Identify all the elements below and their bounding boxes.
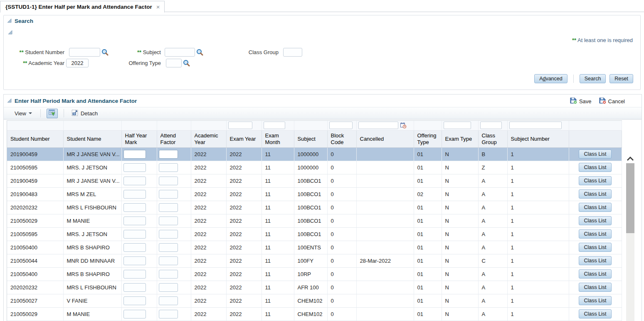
half_year_mark-input[interactable] — [123, 256, 146, 265]
table-row[interactable]: 210050595MRS. J JETSON202220221110000000… — [7, 161, 622, 174]
column-header-subject_number[interactable]: Subject Number — [507, 130, 569, 147]
half_year_mark-input[interactable] — [123, 177, 146, 185]
view-menu-button[interactable]: View — [12, 109, 35, 118]
column-header-subject[interactable]: Subject — [294, 130, 327, 147]
column-header-class_group[interactable]: Class Group — [478, 130, 507, 147]
tab-close-icon[interactable]: × — [156, 4, 160, 10]
column-header-exam_month[interactable]: Exam Month — [262, 130, 294, 147]
column-header-cancelled[interactable]: Cancelled — [356, 130, 414, 147]
search-disclosure-icon[interactable] — [7, 18, 12, 24]
panel-disclosure-icon[interactable] — [7, 98, 12, 104]
class-list-button[interactable]: Class List — [579, 163, 611, 172]
filter-block_code-input[interactable] — [329, 122, 353, 129]
filter-subject_number-input[interactable] — [509, 122, 562, 129]
class-list-button[interactable]: Class List — [579, 149, 611, 159]
scroll-up-button[interactable] — [626, 152, 635, 162]
class-list-button[interactable]: Class List — [579, 283, 611, 292]
table-row[interactable]: 210050027V FANIE2022202211CHEM102001NA1C… — [7, 294, 622, 307]
half_year_mark-input[interactable] — [123, 243, 146, 252]
class-list-button[interactable]: Class List — [579, 189, 611, 199]
column-header-block_code[interactable]: Block Code — [327, 130, 356, 147]
search-sub-disclosure-icon[interactable] — [8, 30, 12, 36]
attend_factor-input[interactable] — [159, 216, 178, 225]
calendar-clock-icon[interactable] — [400, 122, 407, 129]
table-row[interactable]: 210050400MRS B SHAPIRO2022202211100ENTS0… — [7, 241, 622, 254]
column-header-attend_factor[interactable]: Attend Factor — [157, 130, 191, 147]
table-row[interactable]: 202020232MRS L FISHBOURN2022202211100BCO… — [7, 201, 622, 214]
filter-exam_month-input[interactable] — [264, 122, 285, 129]
half_year_mark-input[interactable] — [123, 163, 146, 172]
class-list-button[interactable]: Class List — [579, 296, 611, 305]
filter-exam_year-input[interactable] — [228, 122, 252, 129]
half_year_mark-input[interactable] — [123, 216, 146, 225]
scrollbar-track[interactable] — [626, 163, 634, 321]
advanced-button[interactable]: Advanced — [534, 74, 568, 83]
half_year_mark-input[interactable] — [123, 270, 146, 279]
attend_factor-input[interactable] — [159, 230, 178, 239]
class-list-button[interactable]: Class List — [579, 176, 611, 185]
save-button[interactable]: Save — [570, 97, 592, 105]
attend_factor-input[interactable] — [159, 256, 178, 265]
student-number-search-icon[interactable] — [101, 49, 109, 56]
scrollbar-thumb[interactable] — [626, 163, 634, 233]
column-header-student_number[interactable]: Student Number — [7, 130, 63, 147]
class-list-button[interactable]: Class List — [579, 269, 611, 279]
query-by-example-toggle[interactable] — [47, 109, 58, 118]
attend_factor-input[interactable] — [159, 177, 178, 185]
table-row[interactable]: 210050029M MANIE2022202211CHEM102001NA1C… — [7, 307, 622, 321]
tab-enter-half-mark[interactable]: {SSTUD1-1} Enter Half per Mark and Atten… — [0, 1, 165, 12]
vertical-scrollbar[interactable] — [626, 152, 635, 321]
cancel-button[interactable]: Cancel — [599, 97, 625, 105]
column-header-exam_year[interactable]: Exam Year — [226, 130, 262, 147]
subject-input[interactable] — [165, 48, 195, 57]
class-group-input[interactable] — [283, 48, 302, 57]
cell-offering_type: 01 — [414, 161, 442, 174]
table-row[interactable]: 201900459MR J JANSE VAN V...202220221110… — [7, 174, 622, 187]
attend_factor-input[interactable] — [159, 243, 178, 252]
table-row[interactable]: 210050595MRS. J JETSON2022202211100BCO10… — [7, 227, 622, 241]
attend_factor-input[interactable] — [159, 296, 178, 305]
class-list-button[interactable]: Class List — [579, 203, 611, 212]
column-header-offering_type[interactable]: Offering Type — [414, 130, 442, 147]
table-row[interactable]: 210050044MNR DD MINNAAR2022202211100FY02… — [7, 254, 622, 267]
class-list-button[interactable]: Class List — [579, 229, 611, 239]
class-list-button[interactable]: Class List — [579, 309, 611, 319]
half_year_mark-input[interactable] — [123, 230, 146, 239]
column-header-half_year_mark[interactable]: Half Year Mark — [121, 130, 157, 147]
table-row[interactable]: 202020232MRS L FISHBOURN2022202211AFR 10… — [7, 281, 622, 294]
half_year_mark-input[interactable] — [123, 296, 146, 305]
table-row[interactable]: 201900483MRS M ZEL2022202211100BCO1002NA… — [7, 187, 622, 201]
attend_factor-input[interactable] — [159, 163, 178, 172]
table-row[interactable]: 210050400MRS B SHAPIRO202220221110RP001N… — [7, 267, 622, 281]
academic-year-input[interactable] — [66, 59, 89, 67]
class-list-button[interactable]: Class List — [579, 216, 611, 225]
class-list-button[interactable]: Class List — [579, 243, 611, 252]
class-list-button[interactable]: Class List — [579, 256, 611, 265]
column-header-exam_type[interactable]: Exam Type — [442, 130, 478, 147]
table-row[interactable]: 210050029M MANIE2022202211100BCO1001NA1C… — [7, 214, 622, 227]
detach-button[interactable]: Detach — [70, 109, 99, 118]
half_year_mark-input[interactable] — [123, 150, 146, 159]
table-row[interactable]: 201900459MR J JANSE VAN V...202220221110… — [7, 147, 622, 161]
column-header-academic_year[interactable]: Academic Year — [191, 130, 226, 147]
half_year_mark-input[interactable] — [123, 283, 146, 292]
attend_factor-input[interactable] — [159, 283, 178, 292]
reset-button[interactable]: Reset — [609, 74, 633, 83]
half_year_mark-input[interactable] — [123, 190, 146, 199]
student-number-input[interactable] — [69, 48, 100, 57]
offering-type-input[interactable] — [166, 59, 182, 67]
subject-search-icon[interactable] — [196, 49, 203, 56]
offering-type-search-icon[interactable] — [183, 60, 190, 67]
attend_factor-input[interactable] — [159, 203, 178, 212]
attend_factor-input[interactable] — [159, 150, 178, 159]
attend_factor-input[interactable] — [159, 190, 178, 199]
half_year_mark-input[interactable] — [123, 203, 146, 212]
attend_factor-input[interactable] — [159, 310, 178, 319]
search-button[interactable]: Search — [580, 74, 606, 83]
filter-cancelled-input[interactable] — [358, 122, 398, 129]
column-header-student_name[interactable]: Student Name — [63, 130, 121, 147]
filter-class_group-input[interactable] — [480, 122, 502, 129]
filter-exam_type-input[interactable] — [444, 122, 471, 129]
half_year_mark-input[interactable] — [123, 310, 146, 319]
attend_factor-input[interactable] — [159, 270, 178, 279]
